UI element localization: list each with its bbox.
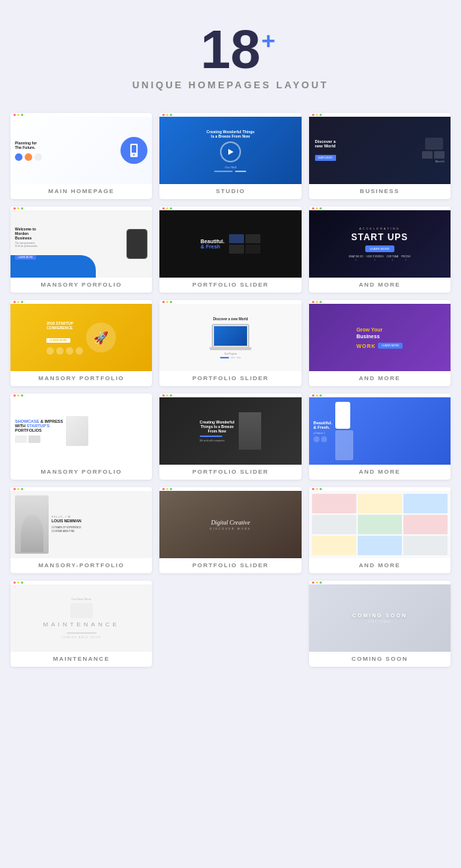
card-maintenance[interactable]: Our Best Work MAINTENANCE COMING BACK SO… bbox=[10, 581, 152, 667]
card-business[interactable]: Discover anew World LEARN MORE About Us … bbox=[309, 113, 451, 199]
subtitle: The new generationUI kit for professiona… bbox=[15, 242, 38, 248]
dot-yellow bbox=[166, 488, 168, 490]
header-section: 18+ UNIQUE HOMEPAGES LAYOUT bbox=[0, 0, 461, 106]
card-andmore4[interactable]: AND MORE bbox=[309, 487, 451, 573]
product-image bbox=[66, 416, 88, 446]
card-label: BUSINESS bbox=[309, 184, 451, 199]
card-preview: Creating WonderfulThings Is a BreezeFrom… bbox=[159, 397, 301, 465]
learn-btn: LEARN MORE bbox=[378, 343, 403, 349]
device bbox=[245, 245, 260, 254]
card-label: AND MORE bbox=[309, 465, 451, 480]
dot bbox=[236, 357, 241, 358]
our-best-work: Our Best Work bbox=[72, 597, 91, 601]
preview-title: 2016 STARTUPCONFERENCE bbox=[46, 321, 83, 331]
preview-title: Welcome toMordenBusiness bbox=[15, 227, 38, 240]
card-preview: Beautiful.& Fresh bbox=[159, 210, 301, 278]
card-mansory4[interactable]: Hello, i'm LOUIS NEWMAN 13 YEARS OF EXPE… bbox=[10, 487, 152, 573]
card-mansory1[interactable]: Welcome toMordenBusiness The new generat… bbox=[10, 207, 152, 293]
card-preview: Grow YourBusiness WORK LEARN MORE bbox=[309, 304, 451, 371]
icon bbox=[321, 436, 327, 442]
text-area: Welcome toMordenBusiness The new generat… bbox=[15, 227, 38, 261]
card-andmore3[interactable]: Beautiful.& Fresh. ● Feature 1 AND MORE bbox=[309, 394, 451, 480]
tile-blue2 bbox=[358, 536, 402, 555]
text-block: Planning forThe Future. bbox=[15, 141, 117, 161]
card-and-more-1[interactable]: ACCELERATING START UPS LEARN MORE WHAT W… bbox=[309, 207, 451, 293]
card-studio[interactable]: Creating Wonderful ThingsIs a Breeze Fro… bbox=[159, 113, 301, 199]
person-photo bbox=[15, 495, 49, 554]
preview-title: Digital Creative bbox=[211, 519, 250, 526]
info-2: HOW IT WORKS● bbox=[366, 255, 383, 261]
card-label: STUDIO bbox=[159, 184, 301, 199]
dot-red bbox=[312, 488, 314, 490]
card-label: PORTFOLIO SLIDER bbox=[159, 558, 301, 573]
icon bbox=[46, 347, 54, 355]
card-coming-soon[interactable]: COMING SOON STAY TUNED COMING SOON bbox=[309, 581, 451, 667]
tile-blue bbox=[403, 494, 448, 513]
card-preview bbox=[309, 491, 451, 558]
dots-row bbox=[15, 153, 117, 161]
icons-row bbox=[46, 347, 83, 355]
thumb bbox=[28, 435, 40, 443]
text-area: Beautiful.& Fresh bbox=[201, 239, 225, 249]
dot-green bbox=[170, 301, 172, 303]
dot-green bbox=[320, 581, 322, 584]
card-label: MANSORY PORTFOLIO bbox=[10, 371, 152, 386]
dot-yellow bbox=[316, 207, 318, 210]
dot-red bbox=[13, 488, 16, 490]
dot-yellow bbox=[17, 301, 19, 303]
card-preview: Digital Creative DISCOVER MORE bbox=[159, 491, 301, 558]
text-area: Beautiful.& Fresh. ● Feature 1 bbox=[314, 421, 332, 442]
card-label: MANSORY-PORTFOLIO bbox=[10, 558, 152, 573]
dot-green bbox=[21, 301, 23, 303]
mini-card bbox=[434, 151, 445, 159]
card-portfolio2[interactable]: Discover a new World Our Projects PORTFO… bbox=[159, 300, 301, 386]
device bbox=[245, 234, 260, 243]
dot-red bbox=[162, 394, 165, 397]
dot-red bbox=[162, 488, 165, 490]
card-main-homepage[interactable]: Planning forThe Future. MAIN HOMEPAGE bbox=[10, 113, 152, 199]
header-number: 18+ bbox=[201, 22, 260, 76]
card-label: PORTFOLIO SLIDER bbox=[159, 371, 301, 386]
info-1: WHAT WE DO● bbox=[349, 255, 364, 261]
dot-red bbox=[312, 394, 314, 397]
card-andmore2[interactable]: Grow YourBusiness WORK LEARN MORE AND MO… bbox=[309, 300, 451, 386]
card-portfolio3[interactable]: Creating WonderfulThings Is a BreezeFrom… bbox=[159, 394, 301, 480]
dot-green bbox=[320, 207, 322, 210]
subtitle: STAY TUNED bbox=[368, 620, 392, 623]
card-mansory3[interactable]: SHOWCASE & IMPRESSWITH STARTUP'SPORTFOLI… bbox=[10, 394, 152, 480]
stat-2: 10 GREAT ABOUT ME bbox=[52, 530, 147, 533]
phone-circle bbox=[120, 137, 147, 164]
coming-soon-title: COMING SOON bbox=[352, 613, 407, 618]
card-label: AND MORE bbox=[309, 558, 451, 573]
card-portfolio4[interactable]: Digital Creative DISCOVER MORE PORTFOLIO… bbox=[159, 487, 301, 573]
dot-green bbox=[170, 394, 172, 397]
stat-1: 13 YEARS OF EXPERIENCE bbox=[52, 526, 147, 529]
card-preview: Beautiful.& Fresh. ● Feature 1 bbox=[309, 397, 451, 465]
dot-green bbox=[170, 114, 172, 116]
tile-gray bbox=[312, 515, 356, 534]
info-3: OUR TEAM● bbox=[386, 255, 398, 261]
card-preview: ACCELERATING START UPS LEARN MORE WHAT W… bbox=[309, 210, 451, 278]
work-row: WORK LEARN MORE bbox=[356, 343, 403, 349]
card-preview: Discover anew World LEARN MORE About Us bbox=[309, 117, 451, 184]
tile-green bbox=[358, 515, 402, 534]
text-area: Discover a new World Our Projects bbox=[212, 317, 249, 358]
dot-green bbox=[320, 301, 322, 303]
card-label: MANSORY PORFOLIO bbox=[10, 465, 152, 480]
person-name: LOUIS NEWMAN bbox=[52, 519, 147, 523]
icon bbox=[66, 347, 73, 355]
dot-yellow bbox=[316, 301, 318, 303]
card-portfolio-slider1[interactable]: Beautiful.& Fresh PORTFOLIO SLIDER bbox=[159, 207, 301, 293]
info-4: PRICING● bbox=[401, 255, 411, 261]
dot-yellow bbox=[166, 301, 168, 303]
icon bbox=[314, 436, 320, 442]
thumb-row bbox=[15, 435, 63, 443]
preview-title: Beautiful.& Fresh. bbox=[314, 421, 332, 430]
accelerating-label: ACCELERATING bbox=[359, 227, 400, 230]
icons bbox=[314, 436, 332, 442]
card-mansory2[interactable]: 2016 STARTUPCONFERENCE LEARN MORE 🚀 MANS… bbox=[10, 300, 152, 386]
svg-rect-1 bbox=[132, 145, 136, 153]
subtitle: We work with companies bbox=[200, 439, 234, 442]
bar bbox=[235, 171, 246, 172]
our-projects: Our Projects bbox=[212, 352, 249, 355]
